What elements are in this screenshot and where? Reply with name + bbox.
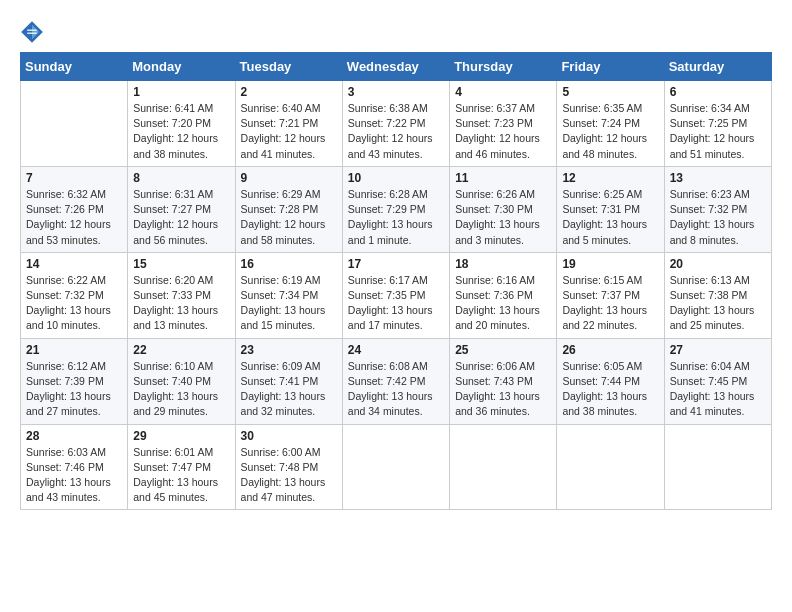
calendar-cell: 15Sunrise: 6:20 AMSunset: 7:33 PMDayligh…: [128, 252, 235, 338]
calendar-cell: 30Sunrise: 6:00 AMSunset: 7:48 PMDayligh…: [235, 424, 342, 510]
calendar-week-row: 14Sunrise: 6:22 AMSunset: 7:32 PMDayligh…: [21, 252, 772, 338]
day-number: 14: [26, 257, 122, 271]
calendar-header-friday: Friday: [557, 53, 664, 81]
day-info: Sunrise: 6:38 AMSunset: 7:22 PMDaylight:…: [348, 101, 444, 162]
day-number: 19: [562, 257, 658, 271]
day-info: Sunrise: 6:01 AMSunset: 7:47 PMDaylight:…: [133, 445, 229, 506]
day-info: Sunrise: 6:17 AMSunset: 7:35 PMDaylight:…: [348, 273, 444, 334]
day-info: Sunrise: 6:10 AMSunset: 7:40 PMDaylight:…: [133, 359, 229, 420]
calendar-header-row: SundayMondayTuesdayWednesdayThursdayFrid…: [21, 53, 772, 81]
day-info: Sunrise: 6:08 AMSunset: 7:42 PMDaylight:…: [348, 359, 444, 420]
day-number: 3: [348, 85, 444, 99]
calendar-cell: 10Sunrise: 6:28 AMSunset: 7:29 PMDayligh…: [342, 166, 449, 252]
calendar-week-row: 28Sunrise: 6:03 AMSunset: 7:46 PMDayligh…: [21, 424, 772, 510]
svg-rect-2: [27, 30, 37, 31]
day-info: Sunrise: 6:32 AMSunset: 7:26 PMDaylight:…: [26, 187, 122, 248]
calendar-cell: [557, 424, 664, 510]
day-number: 24: [348, 343, 444, 357]
day-number: 18: [455, 257, 551, 271]
day-number: 7: [26, 171, 122, 185]
calendar-cell: 20Sunrise: 6:13 AMSunset: 7:38 PMDayligh…: [664, 252, 771, 338]
calendar-cell: 23Sunrise: 6:09 AMSunset: 7:41 PMDayligh…: [235, 338, 342, 424]
calendar-cell: 5Sunrise: 6:35 AMSunset: 7:24 PMDaylight…: [557, 81, 664, 167]
day-number: 23: [241, 343, 337, 357]
calendar-cell: 12Sunrise: 6:25 AMSunset: 7:31 PMDayligh…: [557, 166, 664, 252]
day-info: Sunrise: 6:23 AMSunset: 7:32 PMDaylight:…: [670, 187, 766, 248]
calendar-cell: 26Sunrise: 6:05 AMSunset: 7:44 PMDayligh…: [557, 338, 664, 424]
day-info: Sunrise: 6:25 AMSunset: 7:31 PMDaylight:…: [562, 187, 658, 248]
day-number: 13: [670, 171, 766, 185]
day-info: Sunrise: 6:40 AMSunset: 7:21 PMDaylight:…: [241, 101, 337, 162]
calendar-cell: [664, 424, 771, 510]
day-number: 2: [241, 85, 337, 99]
calendar-header-sunday: Sunday: [21, 53, 128, 81]
logo-icon: [20, 20, 44, 44]
day-number: 4: [455, 85, 551, 99]
calendar-week-row: 21Sunrise: 6:12 AMSunset: 7:39 PMDayligh…: [21, 338, 772, 424]
day-info: Sunrise: 6:34 AMSunset: 7:25 PMDaylight:…: [670, 101, 766, 162]
svg-rect-3: [27, 33, 37, 34]
calendar-cell: 1Sunrise: 6:41 AMSunset: 7:20 PMDaylight…: [128, 81, 235, 167]
day-info: Sunrise: 6:06 AMSunset: 7:43 PMDaylight:…: [455, 359, 551, 420]
day-info: Sunrise: 6:31 AMSunset: 7:27 PMDaylight:…: [133, 187, 229, 248]
calendar-cell: 9Sunrise: 6:29 AMSunset: 7:28 PMDaylight…: [235, 166, 342, 252]
day-info: Sunrise: 6:37 AMSunset: 7:23 PMDaylight:…: [455, 101, 551, 162]
day-number: 15: [133, 257, 229, 271]
calendar-cell: 7Sunrise: 6:32 AMSunset: 7:26 PMDaylight…: [21, 166, 128, 252]
day-info: Sunrise: 6:29 AMSunset: 7:28 PMDaylight:…: [241, 187, 337, 248]
day-info: Sunrise: 6:16 AMSunset: 7:36 PMDaylight:…: [455, 273, 551, 334]
calendar-cell: 3Sunrise: 6:38 AMSunset: 7:22 PMDaylight…: [342, 81, 449, 167]
calendar-cell: 24Sunrise: 6:08 AMSunset: 7:42 PMDayligh…: [342, 338, 449, 424]
day-info: Sunrise: 6:09 AMSunset: 7:41 PMDaylight:…: [241, 359, 337, 420]
calendar-cell: 16Sunrise: 6:19 AMSunset: 7:34 PMDayligh…: [235, 252, 342, 338]
day-number: 30: [241, 429, 337, 443]
day-info: Sunrise: 6:35 AMSunset: 7:24 PMDaylight:…: [562, 101, 658, 162]
day-info: Sunrise: 6:13 AMSunset: 7:38 PMDaylight:…: [670, 273, 766, 334]
day-number: 10: [348, 171, 444, 185]
day-number: 22: [133, 343, 229, 357]
day-info: Sunrise: 6:22 AMSunset: 7:32 PMDaylight:…: [26, 273, 122, 334]
day-number: 25: [455, 343, 551, 357]
day-info: Sunrise: 6:00 AMSunset: 7:48 PMDaylight:…: [241, 445, 337, 506]
day-number: 16: [241, 257, 337, 271]
day-number: 20: [670, 257, 766, 271]
calendar-cell: 13Sunrise: 6:23 AMSunset: 7:32 PMDayligh…: [664, 166, 771, 252]
calendar-week-row: 1Sunrise: 6:41 AMSunset: 7:20 PMDaylight…: [21, 81, 772, 167]
day-info: Sunrise: 6:26 AMSunset: 7:30 PMDaylight:…: [455, 187, 551, 248]
calendar-cell: 11Sunrise: 6:26 AMSunset: 7:30 PMDayligh…: [450, 166, 557, 252]
day-number: 27: [670, 343, 766, 357]
calendar-header-thursday: Thursday: [450, 53, 557, 81]
calendar-cell: [342, 424, 449, 510]
day-number: 9: [241, 171, 337, 185]
day-number: 29: [133, 429, 229, 443]
day-number: 6: [670, 85, 766, 99]
day-info: Sunrise: 6:03 AMSunset: 7:46 PMDaylight:…: [26, 445, 122, 506]
header: [20, 20, 772, 44]
day-number: 26: [562, 343, 658, 357]
calendar-cell: [21, 81, 128, 167]
calendar-week-row: 7Sunrise: 6:32 AMSunset: 7:26 PMDaylight…: [21, 166, 772, 252]
day-number: 1: [133, 85, 229, 99]
calendar-cell: 19Sunrise: 6:15 AMSunset: 7:37 PMDayligh…: [557, 252, 664, 338]
day-number: 12: [562, 171, 658, 185]
calendar-cell: 2Sunrise: 6:40 AMSunset: 7:21 PMDaylight…: [235, 81, 342, 167]
calendar-cell: 28Sunrise: 6:03 AMSunset: 7:46 PMDayligh…: [21, 424, 128, 510]
calendar-cell: 25Sunrise: 6:06 AMSunset: 7:43 PMDayligh…: [450, 338, 557, 424]
calendar-cell: 21Sunrise: 6:12 AMSunset: 7:39 PMDayligh…: [21, 338, 128, 424]
calendar-cell: 8Sunrise: 6:31 AMSunset: 7:27 PMDaylight…: [128, 166, 235, 252]
calendar-cell: 27Sunrise: 6:04 AMSunset: 7:45 PMDayligh…: [664, 338, 771, 424]
calendar-header-tuesday: Tuesday: [235, 53, 342, 81]
calendar-header-wednesday: Wednesday: [342, 53, 449, 81]
calendar-cell: 4Sunrise: 6:37 AMSunset: 7:23 PMDaylight…: [450, 81, 557, 167]
day-number: 8: [133, 171, 229, 185]
logo: [20, 20, 48, 44]
day-info: Sunrise: 6:12 AMSunset: 7:39 PMDaylight:…: [26, 359, 122, 420]
day-number: 21: [26, 343, 122, 357]
calendar-cell: [450, 424, 557, 510]
calendar-cell: 29Sunrise: 6:01 AMSunset: 7:47 PMDayligh…: [128, 424, 235, 510]
day-info: Sunrise: 6:05 AMSunset: 7:44 PMDaylight:…: [562, 359, 658, 420]
calendar-cell: 14Sunrise: 6:22 AMSunset: 7:32 PMDayligh…: [21, 252, 128, 338]
calendar-header-monday: Monday: [128, 53, 235, 81]
calendar: SundayMondayTuesdayWednesdayThursdayFrid…: [20, 52, 772, 510]
day-info: Sunrise: 6:28 AMSunset: 7:29 PMDaylight:…: [348, 187, 444, 248]
